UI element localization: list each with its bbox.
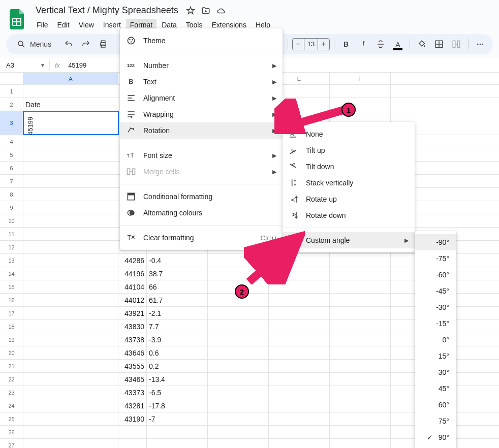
cloud-status-icon[interactable]: [216, 6, 226, 16]
cell[interactable]: [23, 214, 118, 227]
row-header[interactable]: 3: [0, 111, 23, 135]
cell[interactable]: [208, 439, 269, 448]
cell[interactable]: Date: [23, 98, 118, 111]
cell[interactable]: [330, 373, 391, 386]
cell[interactable]: [208, 360, 269, 372]
cell[interactable]: [269, 333, 330, 346]
format-menu-text[interactable]: BText▶: [120, 74, 283, 90]
angle-option[interactable]: 30°: [415, 364, 456, 380]
cell[interactable]: [330, 439, 391, 448]
cell[interactable]: [118, 426, 147, 438]
row-header[interactable]: 20: [0, 346, 23, 359]
row-header[interactable]: 21: [0, 360, 23, 372]
cell[interactable]: [23, 412, 118, 425]
cell[interactable]: [23, 228, 118, 240]
cell[interactable]: [269, 399, 330, 412]
cell[interactable]: 43646: [118, 346, 147, 359]
cell[interactable]: [208, 307, 269, 319]
move-icon[interactable]: [201, 6, 211, 16]
cell[interactable]: -7: [147, 412, 208, 425]
cell[interactable]: 61.7: [147, 294, 208, 306]
cell[interactable]: [269, 346, 330, 359]
cell[interactable]: [23, 346, 118, 359]
cell[interactable]: [269, 426, 330, 438]
format-menu-theme[interactable]: Theme: [120, 33, 283, 49]
cell[interactable]: [330, 280, 391, 293]
format-menu-font-size[interactable]: TTFont size▶: [120, 147, 283, 164]
format-menu-wrapping[interactable]: Wrapping▶: [120, 106, 283, 122]
cell[interactable]: [23, 188, 118, 201]
cell[interactable]: [330, 320, 391, 333]
cell[interactable]: [330, 346, 391, 359]
angle-option[interactable]: -90°: [415, 234, 456, 250]
angle-option[interactable]: 60°: [415, 397, 456, 413]
cell[interactable]: [330, 426, 391, 438]
cell[interactable]: 38.7: [147, 267, 208, 280]
row-header[interactable]: 25: [0, 412, 23, 425]
cell[interactable]: [23, 333, 118, 346]
cell[interactable]: [330, 399, 391, 412]
cell[interactable]: [23, 307, 118, 319]
cell[interactable]: [269, 439, 330, 448]
angle-option[interactable]: -15°: [415, 315, 456, 332]
text-color-button[interactable]: A: [390, 37, 406, 52]
font-size-increase[interactable]: +: [318, 40, 329, 49]
cell[interactable]: 44012: [118, 294, 147, 306]
bold-button[interactable]: B: [338, 37, 354, 52]
name-box-dropdown-icon[interactable]: ▼: [40, 62, 45, 68]
row-header[interactable]: 12: [0, 241, 23, 253]
cell[interactable]: 43830: [118, 320, 147, 333]
undo-button[interactable]: [61, 37, 76, 52]
row-header[interactable]: 15: [0, 280, 23, 293]
toolbar-overflow-icon[interactable]: [473, 37, 488, 52]
row-header[interactable]: 5: [0, 148, 23, 161]
cell[interactable]: [269, 307, 330, 319]
format-menu-conditional-formatting[interactable]: Conditional formatting: [120, 188, 283, 205]
italic-button[interactable]: I: [356, 37, 371, 52]
cell[interactable]: [147, 426, 208, 438]
print-button[interactable]: [96, 37, 111, 52]
rotation-menu-tilt-down[interactable]: ATilt down: [283, 158, 415, 175]
cell[interactable]: [330, 307, 391, 319]
cell[interactable]: [23, 201, 118, 214]
cell[interactable]: 43281: [118, 399, 147, 412]
cell[interactable]: [208, 412, 269, 425]
cell[interactable]: -13.4: [147, 373, 208, 386]
cell[interactable]: 43465: [118, 373, 147, 386]
cell[interactable]: [23, 360, 118, 372]
rotation-menu-rotate-up[interactable]: ARotate up: [283, 191, 415, 207]
cell[interactable]: [23, 439, 118, 448]
cell[interactable]: [269, 320, 330, 333]
row-header[interactable]: 8: [0, 188, 23, 201]
cell[interactable]: [330, 360, 391, 372]
cell[interactable]: 43738: [118, 333, 147, 346]
format-menu-rotation[interactable]: Rotation▶: [120, 122, 283, 139]
row-header[interactable]: 13: [0, 254, 23, 267]
cell[interactable]: [208, 346, 269, 359]
cell[interactable]: 0.6: [147, 346, 208, 359]
cell[interactable]: [330, 386, 391, 399]
cell[interactable]: [23, 241, 118, 253]
cell[interactable]: [208, 320, 269, 333]
cell[interactable]: [330, 254, 391, 267]
cell[interactable]: [23, 254, 118, 267]
cell[interactable]: 43190: [118, 412, 147, 425]
cell[interactable]: [269, 386, 330, 399]
angle-option[interactable]: ✓90°: [415, 429, 456, 445]
cell[interactable]: [330, 85, 391, 98]
column-header-A[interactable]: A: [23, 73, 118, 84]
fill-color-button[interactable]: [414, 37, 429, 52]
cell[interactable]: [118, 439, 147, 448]
cell[interactable]: [23, 426, 118, 438]
angle-option[interactable]: -75°: [415, 250, 456, 267]
cell[interactable]: 66: [147, 280, 208, 293]
row-header[interactable]: 17: [0, 307, 23, 319]
redo-button[interactable]: [78, 37, 93, 52]
menu-file[interactable]: File: [33, 19, 52, 31]
cell[interactable]: 7.7: [147, 320, 208, 333]
cell[interactable]: [23, 373, 118, 386]
cell[interactable]: -6.5: [147, 386, 208, 399]
select-all-corner[interactable]: [0, 73, 23, 84]
format-menu-number[interactable]: 123Number▶: [120, 57, 283, 74]
document-title[interactable]: Vertical Text / Mighty Spreadsheets: [33, 4, 181, 17]
